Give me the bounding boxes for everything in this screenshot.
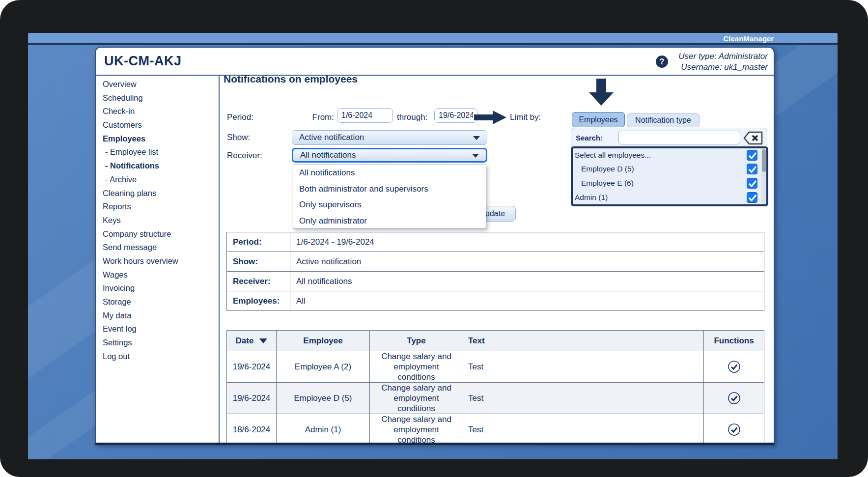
checkbox-employee-d[interactable]	[747, 164, 757, 174]
user-info: User type: Administrator Username: uk1_m…	[678, 51, 768, 73]
search-input[interactable]	[618, 131, 740, 144]
sidebar-item-notifications[interactable]: - Notifications	[103, 159, 216, 173]
summary-row-receiver: Receiver: All notifications	[227, 272, 764, 291]
desktop: CleanManager UK-CM-AKJ ? User type: Admi…	[28, 33, 838, 459]
sidebar-divider	[219, 76, 220, 443]
employee-select-panel: Select all employees... Employee D (5) E…	[571, 146, 768, 206]
sidebar-item-log-out[interactable]: Log out	[103, 350, 216, 364]
column-header-employee[interactable]: Employee	[277, 331, 370, 351]
receiver-select-value: All notifications	[300, 150, 356, 160]
sidebar-item-send-message[interactable]: Send message	[103, 241, 216, 254]
employee-list-item-admin[interactable]: Admin (1)	[573, 192, 766, 204]
cell-date: 18/6-2024	[227, 414, 277, 446]
summary-row-show: Show: Active notification	[227, 252, 764, 272]
sidebar-item-storage[interactable]: Storage	[103, 295, 216, 309]
sidebar-item-my-data[interactable]: My data	[103, 309, 216, 323]
from-label: From:	[290, 112, 334, 122]
show-label: Show:	[227, 133, 250, 142]
sidebar-item-keys[interactable]: Keys	[103, 214, 216, 227]
summary-label: Show:	[227, 252, 290, 272]
sidebar-item-settings[interactable]: Settings	[103, 336, 216, 350]
scrollbar-thumb[interactable]	[762, 149, 766, 172]
header-divider	[96, 75, 774, 76]
cell-employee: Employee D (5)	[277, 383, 370, 414]
through-label: through:	[397, 112, 427, 122]
sidebar-nav: Overview Scheduling Check-in Customers E…	[103, 78, 216, 363]
sidebar-item-check-in[interactable]: Check-in	[103, 105, 216, 118]
receiver-dropdown-list: All notifications Both administrator and…	[293, 165, 486, 229]
help-icon[interactable]: ?	[656, 56, 668, 68]
cell-functions	[704, 414, 764, 446]
cell-text: Test	[463, 414, 704, 446]
receiver-option-only-administrator[interactable]: Only administrator	[293, 213, 486, 229]
sidebar-item-archive[interactable]: - Archive	[103, 173, 216, 187]
cell-text: Test	[463, 351, 704, 383]
receiver-option-only-supervisors[interactable]: Only supervisors	[293, 197, 486, 213]
from-date-input[interactable]	[337, 108, 393, 123]
employee-list-item-employee-d[interactable]: Employee D (5)	[573, 163, 766, 176]
cell-text: Test	[463, 383, 704, 414]
search-label: Search:	[576, 134, 603, 142]
sidebar-item-company-structure[interactable]: Company structure	[103, 227, 216, 241]
sidebar-item-invoicing[interactable]: Invoicing	[103, 281, 216, 295]
sidebar-item-wages[interactable]: Wages	[103, 268, 216, 282]
app-window: UK-CM-AKJ ? User type: Administrator Use…	[95, 47, 775, 445]
sidebar-item-cleaning-plans[interactable]: Cleaning plans	[103, 187, 216, 200]
notifications-table: Date Employee Type Text Functions 19/6-2…	[226, 330, 764, 445]
user-type: User type: Administrator	[678, 51, 768, 62]
clear-search-icon[interactable]	[743, 131, 763, 145]
employee-list-item-select-all[interactable]: Select all employees...	[573, 149, 766, 162]
column-header-functions[interactable]: Functions	[704, 331, 764, 351]
sidebar-item-scheduling[interactable]: Scheduling	[103, 91, 216, 105]
checkbox-admin[interactable]	[747, 192, 757, 203]
sidebar-item-reports[interactable]: Reports	[103, 200, 216, 214]
approve-check-icon[interactable]	[728, 360, 741, 373]
summary-label: Receiver:	[227, 272, 290, 291]
column-header-date[interactable]: Date	[227, 331, 277, 351]
receiver-option-all-notifications[interactable]: All notifications	[293, 165, 486, 181]
username: Username: uk1_master	[678, 62, 768, 73]
table-row: 19/6-2024 Employee D (5) Change salary a…	[227, 383, 764, 414]
search-bar: Search:	[571, 128, 767, 147]
company-title: UK-CM-AKJ	[104, 54, 181, 69]
tab-notification-type[interactable]: Notification type	[627, 113, 700, 127]
sort-desc-icon[interactable]	[259, 338, 267, 343]
sidebar-item-customers[interactable]: Customers	[103, 118, 216, 132]
scrollbar-track[interactable]	[761, 148, 766, 204]
tab-employees[interactable]: Employees	[572, 112, 625, 127]
summary-value: All	[290, 291, 764, 311]
summary-label: Period:	[227, 232, 290, 252]
sidebar-item-employees[interactable]: Employees	[103, 132, 216, 146]
show-select[interactable]: Active notification	[292, 130, 487, 145]
checkbox-employee-e[interactable]	[747, 178, 757, 189]
summary-value: Active notification	[290, 252, 764, 272]
monitor-bezel: CleanManager UK-CM-AKJ ? User type: Admi…	[0, 0, 868, 477]
employee-list-item-employee-e[interactable]: Employee E (6)	[573, 177, 766, 190]
summary-row-period: Period: 1/6-2024 - 19/6-2024	[227, 232, 764, 252]
cell-employee: Employee A (2)	[277, 351, 370, 383]
sidebar-item-employee-list[interactable]: - Employee list	[103, 145, 216, 159]
limit-by-label: Limit by:	[510, 112, 541, 122]
summary-value: All notifications	[290, 272, 764, 291]
sidebar-item-overview[interactable]: Overview	[103, 78, 216, 91]
receiver-select[interactable]: All notifications	[292, 148, 487, 163]
approve-check-icon[interactable]	[728, 392, 741, 405]
sidebar-item-event-log[interactable]: Event log	[103, 322, 216, 336]
period-label: Period:	[227, 112, 253, 122]
column-header-text[interactable]: Text	[463, 331, 704, 351]
cell-type: Change salary and employment conditions	[370, 383, 463, 414]
filter-summary-table: Period: 1/6-2024 - 19/6-2024 Show: Activ…	[226, 232, 764, 311]
summary-value: 1/6-2024 - 19/6-2024	[290, 232, 764, 252]
cell-functions	[704, 351, 764, 383]
receiver-option-both-admin-supervisors[interactable]: Both administrator and supervisors	[293, 181, 486, 197]
chevron-down-icon	[472, 154, 479, 158]
brand-logo: CleanManager	[723, 34, 774, 43]
checkbox-select-all[interactable]	[747, 150, 757, 161]
column-header-type[interactable]: Type	[370, 331, 463, 351]
cell-type: Change salary and employment conditions	[370, 351, 463, 383]
approve-check-icon[interactable]	[728, 423, 741, 436]
table-row: 19/6-2024 Employee A (2) Change salary a…	[227, 351, 764, 383]
receiver-label: Receiver:	[227, 151, 262, 161]
sidebar-item-work-hours-overview[interactable]: Work hours overview	[103, 254, 216, 268]
through-date-input[interactable]	[434, 108, 477, 123]
